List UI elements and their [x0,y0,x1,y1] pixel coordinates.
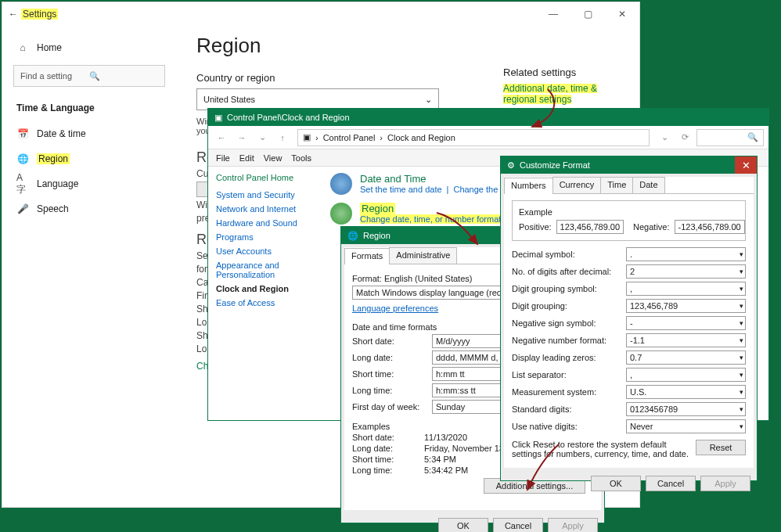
mic-icon: 🎤 [16,203,29,215]
maximize-button[interactable]: ▢ [570,2,605,26]
digits-after-decimal-select[interactable]: 2▾ [626,264,746,279]
reset-button[interactable]: Reset [696,440,746,455]
related-settings: Related settings Additional date, time &… [503,62,628,105]
lang-pref-link[interactable]: Language preferences [352,304,438,313]
native-digits-select[interactable]: Never▾ [626,419,746,433]
cp-home[interactable]: Control Panel Home [216,173,318,182]
forward-button[interactable]: → [233,129,250,146]
nav-language[interactable]: A字Language [13,171,165,196]
measurement-select[interactable]: U.S.▾ [626,385,746,399]
negative-sign-select[interactable]: -▾ [626,316,746,330]
settings-title: Settings [21,9,58,20]
fmt-titlebar: ⚙ Customize Format [501,156,757,174]
rg-title[interactable]: Region [360,203,506,214]
tab-date[interactable]: Date [632,177,664,193]
tab-currency[interactable]: Currency [552,177,602,193]
home-item[interactable]: ⌂ Home [13,35,165,60]
up-button[interactable]: ↑ [274,129,291,146]
digit-grouping-select[interactable]: 123,456,789▾ [626,299,746,313]
back-button[interactable]: ← [213,129,230,146]
nav-label: Region [37,153,70,164]
example-head: Example [519,207,739,217]
crumb-leaf[interactable]: Clock and Region [387,133,455,142]
history-chevron[interactable]: ⌄ [254,129,271,146]
standard-digits-select[interactable]: 0123456789▾ [626,402,746,416]
close-button[interactable]: ✕ [605,2,639,26]
menu-view[interactable]: View [264,153,283,163]
calendar-icon: 📅 [16,128,29,140]
decimal-symbol-select[interactable]: .▾ [626,247,746,261]
dt-sub-a[interactable]: Set the time and date [360,185,442,194]
cp-link-sys[interactable]: System and Security [216,190,318,200]
chevron-down-icon: ⌄ [425,95,432,105]
cp-title-text: Control Panel\Clock and Region [227,113,350,122]
fmt-tabs: Numbers Currency Time Date [504,177,754,194]
tab-admin[interactable]: Administrative [389,247,457,264]
country-dropdown[interactable]: United States ⌄ [196,88,439,110]
region-dlg-title: Region [363,231,390,240]
cp-link-hw[interactable]: Hardware and Sound [216,218,318,228]
country-value: United States [203,95,255,104]
tab-numbers[interactable]: Numbers [504,178,553,194]
example-box: Example Positive:123,456,789.00 Negative… [512,200,746,241]
leading-zeros-select[interactable]: 0.7▾ [626,350,746,365]
tab-time[interactable]: Time [600,177,633,193]
cp-link-clk[interactable]: Clock and Region [216,284,318,293]
region-apply-button[interactable]: Apply [548,518,598,532]
menu-file[interactable]: File [216,153,230,163]
nav-label: Language [37,178,78,189]
cp-link-ease[interactable]: Ease of Access [216,298,318,307]
menu-edit[interactable]: Edit [239,153,254,163]
cp-addressbar-row: ← → ⌄ ↑ ▣ › Control Panel › Clock and Re… [208,126,768,149]
fmt-apply-button[interactable]: Apply [700,476,750,491]
cp-titlebar: ▣ Control Panel\Clock and Region [208,109,768,126]
cp-left: Control Panel Home System and Security N… [208,167,326,318]
nav-label: Speech [37,203,69,214]
cp-link-app[interactable]: Appearance and Personalization [216,261,318,279]
nav-date-time[interactable]: 📅Date & time [13,121,165,146]
refresh-button[interactable]: ⟳ [676,129,693,146]
globe-icon: 🌐 [16,153,29,165]
cp-link-usr[interactable]: User Accounts [216,246,318,256]
neg-value: -123,456,789.00 [675,220,745,234]
cp-search[interactable]: 🔍 [696,129,764,146]
nav-region[interactable]: 🌐Region [13,146,165,171]
settings-titlebar: ← Settings — ▢ ✕ [2,2,639,26]
nav-speech[interactable]: 🎤Speech [13,196,165,221]
fmt-cancel-button[interactable]: Cancel [646,476,696,491]
negative-format-select[interactable]: -1.1▾ [626,333,746,347]
search-input[interactable]: Find a setting 🔍 [13,65,165,87]
back-icon[interactable]: ← [9,9,18,20]
address-bar[interactable]: ▣ › Control Panel › Clock and Region [297,129,650,146]
crumb-root[interactable]: Control Panel [323,133,376,142]
home-icon: ⌂ [16,41,29,54]
gear-icon: ⚙ [507,160,515,171]
region-ok-button[interactable]: OK [438,518,488,532]
minimize-button[interactable]: — [536,2,570,26]
menu-tools[interactable]: Tools [291,153,311,163]
related-h: Related settings [503,66,628,78]
page-title: Region [196,34,616,58]
customize-format-dialog: ⚙ Customize Format ✕ Numbers Currency Ti… [500,156,758,481]
search-placeholder: Find a setting [20,71,89,81]
reset-text: Click Reset to restore the system defaul… [512,440,689,458]
settings-sidebar: ⌂ Home Find a setting 🔍 Time & Language … [2,26,173,507]
tab-formats[interactable]: Formats [344,248,390,264]
fmt-ok-button[interactable]: OK [591,476,641,491]
grouping-symbol-select[interactable]: ,▾ [626,282,746,296]
fmt-close-button[interactable]: ✕ [735,156,757,174]
rg-sub-a[interactable]: Change date, time, or number formats [360,214,506,224]
list-separator-select[interactable]: ,▾ [626,368,746,382]
search-icon: 🔍 [747,132,758,142]
nav-label: Date & time [37,128,86,139]
search-icon: 🔍 [89,71,158,81]
globe-icon: 🌐 [347,231,358,241]
fmt-title: Customize Format [520,160,590,170]
cp-icon: ▣ [303,132,311,142]
language-icon: A字 [16,178,29,190]
dropdown-chevron[interactable]: ⌄ [656,129,673,146]
cp-link-net[interactable]: Network and Internet [216,204,318,214]
cp-link-prog[interactable]: Programs [216,232,318,242]
region-cancel-button[interactable]: Cancel [493,518,543,532]
related-link[interactable]: Additional date, time & regional setting… [503,84,597,104]
